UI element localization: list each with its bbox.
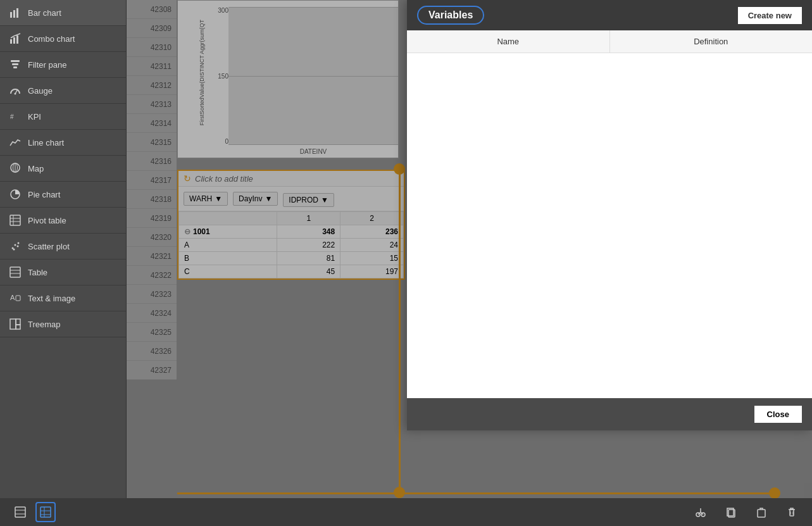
sidebar-item-label-scatter-plot: Scatter plot — [28, 242, 70, 251]
sidebar-item-table[interactable]: Table — [0, 260, 126, 285]
treemap-icon — [9, 318, 22, 330]
sidebar-item-label-table: Table — [28, 268, 47, 277]
svg-rect-0 — [10, 12, 12, 18]
svg-text:#: # — [10, 113, 14, 120]
svg-point-22 — [17, 246, 19, 247]
combo-chart-icon — [9, 32, 22, 45]
copy-icon[interactable] — [721, 502, 741, 522]
sheet-icon[interactable] — [10, 502, 30, 522]
modal-columns: Name Definition — [407, 30, 812, 53]
svg-rect-5 — [16, 35, 18, 44]
sidebar-item-pie-chart[interactable]: Pie chart — [0, 182, 126, 208]
delete-icon[interactable] — [782, 502, 802, 522]
scissors-icon[interactable] — [690, 502, 711, 522]
sidebar-item-kpi[interactable]: #KPI — [0, 104, 126, 130]
content-area: 4230842309423104231142312423134231442315… — [127, 0, 812, 526]
svg-rect-2 — [16, 8, 18, 18]
svg-rect-33 — [15, 507, 25, 517]
bottom-bar-left — [10, 502, 56, 522]
svg-rect-3 — [10, 39, 12, 44]
sidebar-item-scatter-plot[interactable]: Scatter plot — [0, 234, 126, 260]
sidebar-item-label-gauge: Gauge — [28, 86, 53, 96]
scatter-plot-icon — [9, 240, 22, 253]
modal-content — [407, 53, 812, 398]
line-chart-icon — [9, 136, 22, 149]
svg-point-24 — [18, 242, 20, 244]
sidebar-item-gauge[interactable]: Gauge — [0, 78, 126, 104]
modal-col-definition: Definition — [610, 30, 813, 53]
pie-chart-icon — [9, 188, 22, 201]
svg-rect-32 — [16, 325, 20, 329]
sidebar-item-label-line-chart: Line chart — [28, 138, 64, 147]
svg-point-23 — [13, 249, 15, 251]
table-icon — [9, 266, 22, 279]
svg-text:A: A — [10, 294, 15, 301]
sidebar-item-label-filter-pane: Filter pane — [28, 60, 66, 70]
filter-pane-icon — [9, 58, 22, 71]
main-layout: Bar chartCombo chartFilter paneGauge#KPI… — [0, 0, 812, 526]
svg-rect-4 — [13, 37, 15, 44]
sidebar-item-label-kpi: KPI — [28, 112, 41, 122]
sidebar-item-label-bar-chart: Bar chart — [28, 8, 61, 18]
gauge-icon — [9, 84, 22, 97]
pivot-table-icon — [9, 214, 22, 227]
sidebar-item-pivot-table[interactable]: Pivot table — [0, 208, 126, 234]
svg-point-21 — [15, 244, 16, 246]
sidebar-item-label-pivot-table: Pivot table — [28, 216, 66, 225]
sidebar-item-combo-chart[interactable]: Combo chart — [0, 26, 126, 52]
sidebar-item-text-image[interactable]: AText & image — [0, 285, 126, 311]
sidebar-item-label-map: Map — [28, 164, 44, 173]
sidebar-item-line-chart[interactable]: Line chart — [0, 130, 126, 156]
sidebar-item-label-combo-chart: Combo chart — [28, 34, 75, 44]
kpi-icon: # — [9, 110, 22, 123]
table-icon-bottom[interactable] — [35, 502, 56, 522]
create-new-button[interactable]: Create new — [738, 7, 802, 24]
close-button[interactable]: Close — [754, 406, 802, 423]
svg-point-10 — [15, 93, 16, 95]
sidebar-item-bar-chart[interactable]: Bar chart — [0, 0, 126, 26]
bar-chart-icon — [9, 6, 22, 19]
svg-rect-6 — [11, 60, 20, 62]
sidebar-item-label-treemap: Treemap — [28, 320, 61, 329]
map-icon — [9, 162, 22, 175]
svg-rect-8 — [13, 66, 17, 68]
variables-modal: Variables Create new Name Definition Clo… — [407, 0, 812, 430]
sidebar-item-label-pie-chart: Pie chart — [28, 190, 60, 199]
svg-rect-47 — [758, 510, 765, 517]
sidebar-item-map[interactable]: Map — [0, 156, 126, 182]
svg-rect-7 — [12, 63, 18, 65]
modal-footer: Close — [407, 398, 812, 430]
sidebar-item-filter-pane[interactable]: Filter pane — [0, 52, 126, 78]
sidebar-item-label-text-image: Text & image — [28, 294, 75, 303]
svg-rect-25 — [10, 267, 20, 277]
modal-title: Variables — [417, 6, 484, 25]
svg-rect-29 — [16, 296, 20, 301]
text-image-icon: A — [9, 292, 22, 304]
bottom-bar-right — [690, 502, 802, 522]
modal-header: Variables Create new — [407, 0, 812, 30]
svg-rect-36 — [41, 507, 51, 517]
sidebar: Bar chartCombo chartFilter paneGauge#KPI… — [0, 0, 127, 526]
svg-rect-31 — [16, 319, 20, 325]
sidebar-item-treemap[interactable]: Treemap — [0, 311, 126, 337]
modal-col-name: Name — [407, 30, 610, 53]
bottom-bar — [0, 498, 812, 526]
svg-rect-30 — [10, 319, 16, 329]
svg-rect-1 — [13, 10, 15, 18]
paste-icon[interactable] — [751, 502, 771, 522]
svg-rect-16 — [10, 215, 20, 225]
